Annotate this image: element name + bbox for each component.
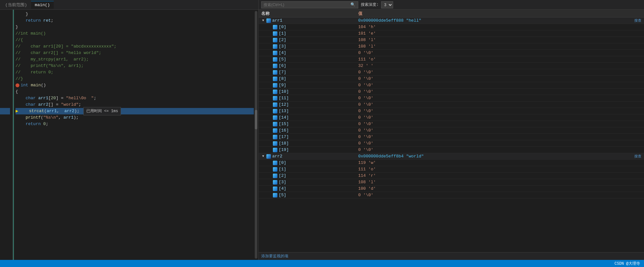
ln-5 [0,37,10,43]
line-numbers [0,10,13,260]
arr2-item-3: [3] 108 'l' [259,179,644,186]
scrollbar-track[interactable] [255,11,257,259]
arr1-item-name-13: [13] [261,109,358,113]
arr1-item-18: [18] 0 '\0' [259,140,644,147]
arr1-item-4: [4] 0 '\0' [259,50,644,56]
arr2-item-4: [4] 100 'd' [259,186,644,192]
ln-1 [0,11,10,17]
code-line-2: return ret; [16,17,254,24]
watch-footer[interactable]: 添加要监视的项 [259,252,644,260]
arr2-value-col: 0x000000dde5eff8b4 "world" 搜查 [358,154,641,159]
arr1-item-value-18: 0 '\0' [358,141,641,146]
arr1-item-value-2: 108 'l' [358,37,641,42]
arr1-item-name-11: [11] [261,96,358,101]
debug-arrow: ► [16,108,18,114]
ln-17 [0,114,10,121]
arr2-index-0: [0] [279,160,286,165]
arr1-item-2: [2] 108 'l' [259,37,644,43]
arr2-item-name-4: [4] [261,186,358,191]
arr1-item-value-3: 108 'l' [358,44,641,49]
arr1-index-0: [0] [279,25,286,29]
arr2-expand-icon[interactable]: ▼ [261,155,265,158]
arr1-item-value-1: 101 'e' [358,31,641,36]
cube-icon [273,57,277,62]
arr1-index-1: [1] [279,31,286,36]
arr1-item-value-14: 0 '\0' [358,115,641,120]
arr1-index-19: [19] [279,147,289,152]
cube-icon [273,174,277,178]
code-line-7: // char arr2[] = "hello world"; [16,50,254,56]
code-editor[interactable]: } return ret; } //int main() //{ [13,10,254,260]
arr1-item-0: [0] 104 'h' [259,24,644,30]
arr1-item-name-15: [15] [261,122,358,126]
arr1-index-15: [15] [279,122,289,126]
code-scrollbar[interactable] [254,10,258,260]
arr1-item-13: [13] 0 '\0' [259,108,644,114]
arr1-expand-icon[interactable]: ▼ [261,19,265,22]
arr1-item-value-12: 0 '\0' [358,102,641,107]
code-line-5: //{ [16,37,254,43]
arr2-item-name-5: [5] [261,193,358,198]
arr2-item-5: [5] 0 '\0' [259,192,644,198]
arr1-index-2: [2] [279,37,286,42]
main-container: (当前范围) main() [0,0,644,260]
code-line-4: //int main() [16,30,254,37]
tab-scope[interactable]: (当前范围) [1,1,31,9]
arr1-search-btn[interactable]: 搜查 [634,18,641,23]
scrollbar-thumb[interactable] [255,110,257,129]
arr2-index-2: [2] [279,173,286,178]
code-line-8: // my_strcpy(arr1, arr2); [16,56,254,63]
arr1-item-name-2: [2] [261,37,358,42]
arr2-item-value-1: 111 'o' [358,167,641,172]
arr1-item-name-8: [8] [261,76,358,81]
arr2-index-4: [4] [279,186,286,191]
cube-icon [273,167,277,172]
arr1-item-value-10: 0 '\0' [358,89,641,94]
search-box[interactable]: 🔍 [261,1,358,8]
arr1-item-name-17: [17] [261,134,358,139]
cube-icon [273,115,277,120]
arr2-item-2: [2] 114 'r' [259,173,644,179]
arr1-item-14: [14] 0 '\0' [259,114,644,121]
arr2-index-5: [5] [279,193,286,198]
arr1-item-name-14: [14] [261,115,358,120]
arr1-item-16: [16] 0 '\0' [259,127,644,134]
arr1-item-value-4: 0 '\0' [358,50,641,55]
arr2-item-name-1: [1] [261,167,358,172]
tab-main[interactable]: main() [31,1,54,9]
search-icon[interactable]: 🔍 [350,2,356,7]
breakpoint-dot [16,83,19,87]
arr1-index-17: [17] [279,134,289,139]
code-line-9: // printf("%s\n", arr1); [16,63,254,69]
arr2-item-value-0: 119 'w' [358,160,641,165]
arr1-index-9: [9] [279,83,286,88]
time-tooltip: 已用时间 <= 1ms [83,107,121,115]
arr1-index-10: [10] [279,89,289,94]
add-watch-label[interactable]: 添加要监视的项 [261,253,288,259]
code-panel: (当前范围) main() [0,0,259,260]
ln-13 [0,89,10,95]
arr1-index-16: [16] [279,128,289,133]
ln-7 [0,50,10,56]
cube-icon [273,83,277,88]
arr1-item-value-5: 111 'o' [358,57,641,62]
cube-icon [273,135,277,139]
arr1-icon [266,18,271,23]
arr1-item-5: [5] 111 'o' [259,56,644,63]
code-line-6: // char arr1[20] = "abcdxxxxxxxxxxx"; [16,43,254,50]
watch-table-header: 名称 值 [259,10,644,17]
arr2-search-btn[interactable]: 搜查 [634,154,641,159]
arr1-item-value-6: 32 ' ' [358,63,641,68]
arr1-item-name-4: [4] [261,50,358,55]
cube-icon [273,25,277,29]
cube-icon [273,44,277,49]
code-line-13: { [16,89,254,95]
arr2-items: [0] 119 'w' [1] 111 'o' [2] 114 'r' [259,160,644,198]
arr1-item-name-16: [16] [261,128,358,133]
depth-select[interactable]: 3 1 2 4 5 [381,1,393,8]
cube-icon [273,109,277,113]
search-input[interactable] [263,3,350,7]
arr1-item-name-1: [1] [261,31,358,36]
arr2-item-value-3: 108 'l' [358,180,641,185]
arr1-index-13: [13] [279,109,289,113]
